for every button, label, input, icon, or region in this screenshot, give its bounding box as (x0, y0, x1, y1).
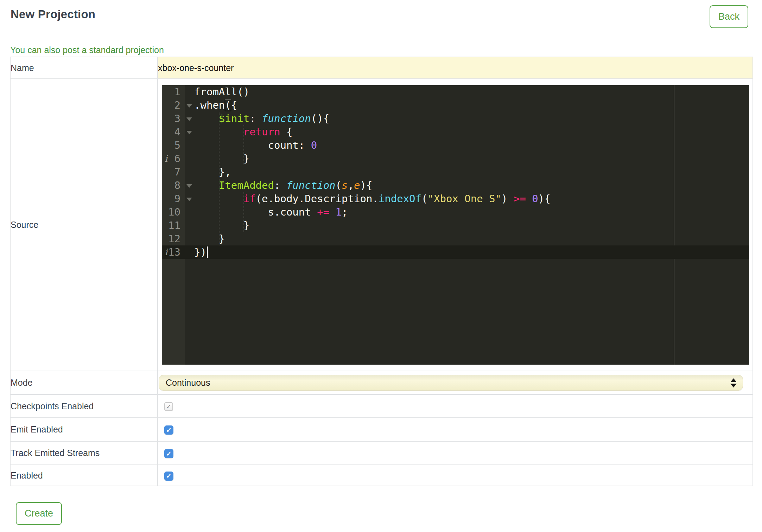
line-number: 10 (162, 205, 185, 219)
mode-label: Mode (10, 371, 158, 395)
code-line-text: count: 0 (194, 139, 317, 152)
enabled-label: Enabled (10, 465, 158, 486)
editor-line-12[interactable]: 12 } (162, 232, 749, 245)
page-title: New Projection (11, 5, 95, 22)
code-line-text: fromAll() (194, 85, 249, 98)
emit-enabled-label: Emit Enabled (10, 418, 158, 441)
line-number: 4 (162, 125, 185, 139)
editor-line-10[interactable]: 10 s.count += 1; (162, 205, 749, 219)
fold-caret-icon[interactable] (186, 117, 192, 121)
form-row-mode: Mode Continuous (10, 371, 753, 395)
form-row-enabled: Enabled ✓ (10, 465, 753, 486)
editor-line-6[interactable]: i6 } (162, 152, 749, 165)
editor-line-9[interactable]: 9 if(e.body.Description.indexOf("Xbox On… (162, 192, 749, 205)
line-number: 1 (162, 85, 185, 98)
editor-lines: 1fromAll()2.when({3 $init: function(){4 … (162, 85, 749, 259)
line-number: 12 (162, 232, 185, 245)
line-number: 2 (162, 98, 185, 112)
code-line-text: ItemAdded: function(s,e){ (194, 179, 372, 192)
form-row-track-emitted-streams: Track Emitted Streams ✓ (10, 441, 753, 465)
editor-line-8[interactable]: 8 ItemAdded: function(s,e){ (162, 179, 749, 192)
form-row-source: Source 1fromAll()2.when({3 $init: functi… (10, 79, 753, 371)
line-number: i13 (162, 245, 185, 259)
code-line-text: }) (194, 245, 208, 259)
enabled-checkbox[interactable]: ✓ (164, 472, 173, 481)
code-line-text: return { (194, 125, 292, 139)
line-number: i6 (162, 152, 185, 165)
source-label: Source (10, 79, 158, 371)
editor-line-2[interactable]: 2.when({ (162, 98, 749, 112)
form-row-emit-enabled: Emit Enabled ✓ (10, 418, 753, 441)
track-emitted-streams-checkbox[interactable]: ✓ (164, 449, 173, 458)
line-number: 7 (162, 165, 185, 179)
line-number: 8 (162, 179, 185, 192)
editor-line-4[interactable]: 4 return { (162, 125, 749, 139)
name-input[interactable]: xbox-one-s-counter (158, 57, 753, 79)
editor-line-3[interactable]: 3 $init: function(){ (162, 112, 749, 125)
fold-caret-icon[interactable] (186, 198, 192, 201)
select-arrows-icon (730, 378, 737, 387)
emit-enabled-checkbox[interactable]: ✓ (164, 425, 173, 435)
editor-line-13[interactable]: i13}) (162, 245, 749, 259)
mode-selected-value: Continuous (166, 378, 210, 388)
standard-projection-link[interactable]: You can also post a standard projection (10, 45, 164, 56)
line-number: 9 (162, 192, 185, 205)
editor-line-5[interactable]: 5 count: 0 (162, 139, 749, 152)
editor-line-7[interactable]: 7 }, (162, 165, 749, 179)
checkpoints-enabled-checkbox: ✓ (164, 402, 173, 411)
name-label: Name (10, 57, 158, 79)
code-line-text: .when({ (194, 98, 237, 112)
code-line-text: s.count += 1; (194, 205, 348, 219)
code-line-text: }, (194, 165, 231, 179)
line-number: 5 (162, 139, 185, 152)
fold-caret-icon[interactable] (186, 131, 192, 134)
page-footer: Create (16, 502, 762, 525)
info-annotation-icon: i (165, 152, 167, 165)
editor-line-11[interactable]: 11 } (162, 219, 749, 232)
text-cursor (207, 246, 208, 258)
fold-caret-icon[interactable] (186, 104, 192, 108)
mode-select[interactable]: Continuous (159, 375, 743, 391)
line-number: 11 (162, 219, 185, 232)
line-number: 3 (162, 112, 185, 125)
code-line-text: if(e.body.Description.indexOf("Xbox One … (194, 192, 551, 205)
page-header: New Projection Back (0, 0, 762, 28)
source-code-editor[interactable]: 1fromAll()2.when({3 $init: function(){4 … (162, 85, 749, 365)
fold-caret-icon[interactable] (186, 184, 192, 188)
code-line-text: } (194, 232, 225, 245)
info-annotation-icon: i (165, 245, 167, 259)
code-line-text: } (194, 219, 249, 232)
projection-form-table: Name xbox-one-s-counter Source 1fromAll(… (10, 57, 753, 486)
form-row-checkpoints-enabled: Checkpoints Enabled ✓ (10, 395, 753, 418)
code-line-text: } (194, 152, 249, 165)
code-line-text: $init: function(){ (194, 112, 329, 125)
editor-line-1[interactable]: 1fromAll() (162, 85, 749, 98)
form-row-name: Name xbox-one-s-counter (10, 57, 753, 79)
back-button[interactable]: Back (710, 5, 748, 28)
create-button[interactable]: Create (16, 502, 62, 525)
checkpoints-enabled-label: Checkpoints Enabled (10, 395, 158, 418)
track-emitted-streams-label: Track Emitted Streams (10, 441, 158, 465)
